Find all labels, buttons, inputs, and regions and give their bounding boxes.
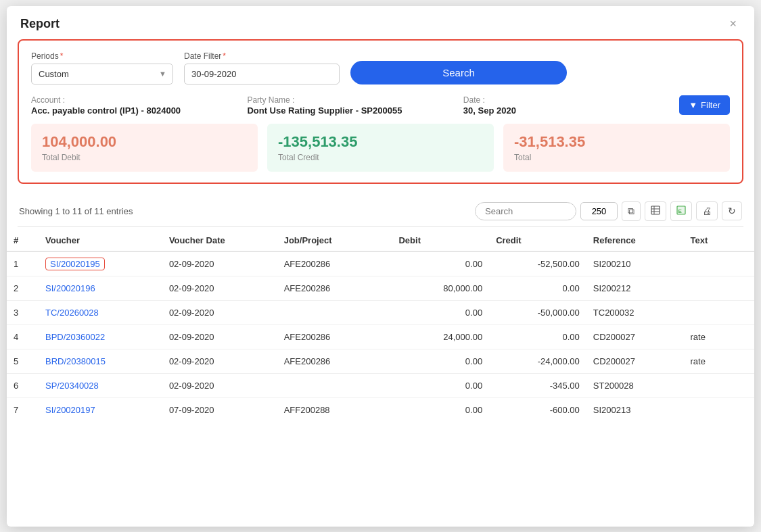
cell-debit: 80,000.00 <box>392 276 489 300</box>
table-row: 7 SI/20020197 07-09-2020 AFF200288 0.00 … <box>7 397 754 422</box>
cell-job: AFE200286 <box>277 276 392 300</box>
cell-voucher: BPD/20360022 <box>39 324 162 349</box>
cell-debit: 0.00 <box>392 349 489 373</box>
cell-job: AFE200286 <box>277 324 392 349</box>
cell-job <box>277 300 392 324</box>
date-value: 30, Sep 2020 <box>463 105 674 116</box>
cell-debit: 0.00 <box>392 397 489 422</box>
cell-reference: TC200032 <box>586 300 684 324</box>
cell-voucher: SP/20340028 <box>39 373 162 397</box>
cell-text: rate <box>683 349 754 373</box>
table-body: 1 SI/20020195 02-09-2020 AFE200286 0.00 … <box>7 251 754 422</box>
cell-debit: 24,000.00 <box>392 324 489 349</box>
cell-text <box>683 300 754 324</box>
voucher-link[interactable]: BRD/20380015 <box>45 356 106 366</box>
col-header-credit: Credit <box>489 230 586 251</box>
date-label: Date : <box>463 95 674 105</box>
table-search-input[interactable] <box>475 202 576 220</box>
cell-num: 7 <box>7 397 39 422</box>
periods-label: Periods* <box>31 51 173 61</box>
voucher-link[interactable]: SI/20020196 <box>45 283 95 293</box>
excel-button[interactable]: E <box>670 201 692 221</box>
cell-debit: 0.00 <box>392 300 489 324</box>
cell-date: 02-09-2020 <box>162 300 277 324</box>
cell-voucher: SI/20020195 <box>39 251 162 276</box>
party-value: Dont Use Rating Supplier - SP200055 <box>247 105 457 116</box>
cell-voucher: BRD/20380015 <box>39 349 162 373</box>
cell-job: AFE200286 <box>277 349 392 373</box>
col-header-job: Job/Project <box>277 230 392 251</box>
voucher-link[interactable]: SI/20020197 <box>45 405 95 415</box>
table-row: 6 SP/20340028 02-09-2020 0.00 -345.00 ST… <box>7 373 754 397</box>
modal-header: Report × <box>7 6 754 39</box>
svg-text:E: E <box>678 208 683 214</box>
cell-num: 6 <box>7 373 39 397</box>
col-header-voucher-date: Voucher Date <box>162 230 277 251</box>
cell-date: 02-09-2020 <box>162 373 277 397</box>
date-filter-input[interactable] <box>184 64 340 84</box>
col-header-debit: Debit <box>392 230 489 251</box>
filter-row: Periods* Custom Monthly Quarterly Yearly… <box>31 51 730 84</box>
voucher-link[interactable]: BPD/20360022 <box>45 332 105 342</box>
col-header-hash: # <box>7 230 39 251</box>
filter-button[interactable]: ▼ Filter <box>679 95 730 115</box>
debit-amount: 104,000.00 <box>42 133 247 151</box>
total-label: Total <box>514 153 719 162</box>
filter-icon: ▼ <box>689 100 697 110</box>
cell-credit: -600.00 <box>489 397 586 422</box>
col-header-text: Text <box>683 230 754 251</box>
date-filter-group: Date Filter* <box>184 51 340 84</box>
credit-amount: -135,513.35 <box>278 133 483 151</box>
modal-title: Report <box>20 17 60 31</box>
periods-select[interactable]: Custom Monthly Quarterly Yearly <box>31 64 173 84</box>
page-size-input[interactable] <box>580 202 618 220</box>
cell-debit: 0.00 <box>392 373 489 397</box>
table-row: 3 TC/20260028 02-09-2020 0.00 -50,000.00… <box>7 300 754 324</box>
cell-date: 07-09-2020 <box>162 397 277 422</box>
refresh-button[interactable]: ↻ <box>722 201 742 220</box>
cell-text <box>683 397 754 422</box>
entries-info: Showing 1 to 11 of 11 entries <box>19 206 133 216</box>
table-header-row: # Voucher Voucher Date Job/Project Debit… <box>7 230 754 251</box>
cell-num: 5 <box>7 349 39 373</box>
date-filter-label: Date Filter* <box>184 51 340 61</box>
voucher-link[interactable]: SI/20020195 <box>45 258 105 270</box>
cell-credit: 0.00 <box>489 276 586 300</box>
account-value: Acc. payable control (IP1) - 8024000 <box>31 105 241 116</box>
voucher-link[interactable]: SP/20340028 <box>45 381 99 391</box>
periods-group: Periods* Custom Monthly Quarterly Yearly… <box>31 51 173 84</box>
table-divider <box>18 226 743 227</box>
csv-button[interactable] <box>645 201 666 221</box>
account-info-row: Account : Acc. payable control (IP1) - 8… <box>31 95 730 116</box>
cell-date: 02-09-2020 <box>162 276 277 300</box>
cell-text <box>683 251 754 276</box>
table-actions: ⧉ E 🖨 ↻ <box>475 201 742 221</box>
close-button[interactable]: × <box>725 16 741 32</box>
cell-num: 2 <box>7 276 39 300</box>
cell-reference: SI200213 <box>586 397 684 422</box>
debit-card: 104,000.00 Total Debit <box>31 124 258 172</box>
table-row: 5 BRD/20380015 02-09-2020 AFE200286 0.00… <box>7 349 754 373</box>
party-label: Party Name : <box>247 95 457 105</box>
debit-label: Total Debit <box>42 153 247 162</box>
print-button[interactable]: 🖨 <box>696 201 718 220</box>
cell-job: AFE200286 <box>277 251 392 276</box>
col-header-voucher: Voucher <box>39 230 162 251</box>
filter-box: Periods* Custom Monthly Quarterly Yearly… <box>18 39 743 184</box>
cell-job: AFF200288 <box>277 397 392 422</box>
cell-text: rate <box>683 324 754 349</box>
copy-button[interactable]: ⧉ <box>622 201 641 221</box>
data-table: # Voucher Voucher Date Job/Project Debit… <box>7 230 754 422</box>
search-button[interactable]: Search <box>350 61 567 84</box>
cell-date: 02-09-2020 <box>162 251 277 276</box>
cell-text <box>683 373 754 397</box>
cell-credit: -52,500.00 <box>489 251 586 276</box>
cell-date: 02-09-2020 <box>162 349 277 373</box>
table-head: # Voucher Voucher Date Job/Project Debit… <box>7 230 754 251</box>
report-modal: Report × Periods* Custom Monthly Quarter… <box>7 6 754 527</box>
periods-select-wrap: Custom Monthly Quarterly Yearly ▼ <box>31 64 173 84</box>
cell-credit: 0.00 <box>489 324 586 349</box>
cell-reference: SI200212 <box>586 276 684 300</box>
credit-label: Total Credit <box>278 153 483 162</box>
voucher-link[interactable]: TC/20260028 <box>45 308 99 318</box>
